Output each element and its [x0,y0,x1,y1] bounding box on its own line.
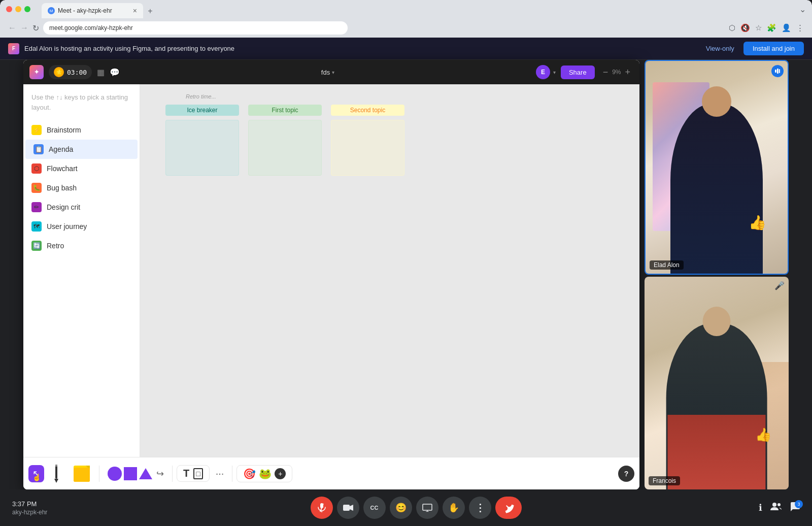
share-btn[interactable]: Share [561,65,595,79]
figma-banner: F Edal Alon is hosting an activity using… [0,38,812,60]
figma-logo-btn[interactable]: ✦ [29,65,44,79]
time-info: 3:37 PM aky-hzpk-ehr [12,500,73,516]
traffic-light-green[interactable] [24,6,30,12]
frame-tool[interactable]: □ [193,468,202,479]
back-btn[interactable]: ← [8,23,16,32]
figma-window: ✦ ⭐ 03:00 ▦ 💬 fds ▾ E ▾ Shar [23,60,639,489]
zoom-plus-btn[interactable]: + [622,66,633,79]
hand-btn[interactable]: ✋ [443,497,465,519]
figma-canvas: Retro time... Ice breaker First topic [140,84,639,457]
col-header-first: First topic [248,105,322,116]
sidebar-item-flowchart[interactable]: ⬡ Flowchart [23,159,140,178]
video-panel-elad: 👍 Elad Alon [645,60,789,275]
view-only-btn[interactable]: View-only [702,43,738,54]
video-name-elad: Elad Alon [650,260,684,270]
sidebar-item-agenda[interactable]: 📋 Agenda [25,140,138,159]
sidebar-hint: Use the ↑↓ keys to pick a starting layou… [23,84,140,120]
layout-icon-btn[interactable]: ▦ [97,68,105,77]
tab-close-btn[interactable]: × [133,7,137,15]
hand-cursor-icon[interactable]: ☝ [32,473,41,481]
mute-icon[interactable]: 🔇 [740,23,750,32]
canvas-columns: Ice breaker First topic Seco [165,105,404,176]
svg-rect-7 [777,69,779,74]
mic-btn[interactable] [311,497,333,519]
add-widget-btn[interactable]: + [275,468,286,479]
svg-marker-1 [54,479,58,483]
more-icon[interactable]: ⋮ [796,23,804,32]
meeting-id: aky-hzpk-ehr [12,509,73,516]
participants-btn[interactable] [770,502,782,514]
file-name: fds [321,69,330,76]
widget-tool-group[interactable]: 🎯 🐸 + [236,465,292,482]
retro-icon: 🔄 [31,241,42,251]
info-btn[interactable]: ℹ [759,502,762,513]
square-tool[interactable] [124,467,137,480]
muted-indicator: 🎤 [774,281,785,290]
avatar-dropdown[interactable]: ▾ [553,70,556,75]
refresh-btn[interactable]: ↻ [32,23,39,33]
brainstorm-icon: ⚡ [31,125,42,135]
chat-btn[interactable]: 3 [790,502,800,514]
triangle-tool[interactable] [139,468,152,479]
banner-text: Edal Alon is hosting an activity using F… [24,45,697,52]
video-bg-francois: 👍 [645,277,789,489]
traffic-light-yellow[interactable] [15,6,21,12]
help-btn[interactable]: ? [618,466,634,482]
svg-point-17 [772,503,776,507]
arrow-tool[interactable]: ↪ [156,468,164,479]
dropdown-arrow: ▾ [332,70,334,75]
svg-rect-12 [343,505,350,511]
sidebar-item-userjourney[interactable]: 🗺 User journey [23,217,140,236]
figma-bottom-toolbar: ↖ ☝ [23,457,639,489]
svg-rect-6 [775,70,776,73]
canvas-label: Retro time... [186,93,216,100]
sticky-tool[interactable] [69,463,95,485]
address-bar-row: ← → ↻ meet.google.com/aky-hzpk-ehr ⬡ 🔇 ☆… [0,18,812,38]
new-tab-btn[interactable]: + [144,5,156,17]
figma-sidebar: Use the ↑↓ keys to pick a starting layou… [23,84,140,457]
bookmark-icon[interactable]: ☆ [755,23,762,32]
figma-banner-logo: F [8,43,19,54]
present-btn[interactable] [416,497,438,519]
forward-btn[interactable]: → [20,23,28,32]
cursor-tool-group[interactable]: ↖ ☝ [28,465,44,482]
zoom-minus-btn[interactable]: − [600,66,612,79]
traffic-light-red[interactable] [6,6,12,12]
url-input[interactable]: meet.google.com/aky-hzpk-ehr [43,21,348,35]
retro-label: Retro [47,242,64,250]
designcrit-icon: ✏ [31,202,42,212]
col-body-ice [165,120,239,176]
svg-point-18 [777,503,781,506]
circle-tool[interactable] [108,467,122,481]
camera-btn[interactable] [337,497,359,519]
sidebar-item-bugbash[interactable]: 🐛 Bug bash [23,178,140,198]
sidebar-item-brainstorm[interactable]: ⚡ Brainstorm [23,120,140,140]
more-tools-btn[interactable]: ··· [212,466,228,481]
captions-btn[interactable]: CC [363,497,386,519]
text-tool-group[interactable]: T □ [177,465,210,482]
pencil-tool[interactable] [46,461,66,487]
end-call-btn[interactable] [495,497,522,519]
brainstorm-label: Brainstorm [47,126,81,134]
sidebar-item-retro[interactable]: 🔄 Retro [23,236,140,255]
file-name-dropdown[interactable]: fds ▾ [321,69,334,76]
profile-icon[interactable]: 👤 [782,23,791,32]
more-options-btn[interactable]: ⋮ [469,497,491,519]
agenda-label: Agenda [49,145,73,153]
tool-separator-2 [172,466,173,482]
emoji-btn[interactable]: 😊 [390,497,412,519]
comment-icon-btn[interactable]: 💬 [110,68,120,77]
sidebar-item-designcrit[interactable]: ✏ Design crit [23,198,140,217]
pencil-icon [50,464,62,484]
extensions-icon[interactable]: 🧩 [767,23,776,32]
col-header-ice: Ice breaker [165,105,239,116]
right-controls: ℹ 3 [759,502,800,514]
text-tool-T[interactable]: T [183,468,189,479]
cast-icon[interactable]: ⬡ [729,23,735,32]
active-tab[interactable]: M Meet - aky-hzpk-ehr × [42,3,143,18]
install-join-btn[interactable]: Install and join [743,42,804,55]
timer-value: 03:00 [67,69,87,76]
zoom-level: 9% [612,69,621,76]
shapes-tool[interactable]: ↪ [104,465,168,483]
svg-rect-5 [74,468,90,482]
